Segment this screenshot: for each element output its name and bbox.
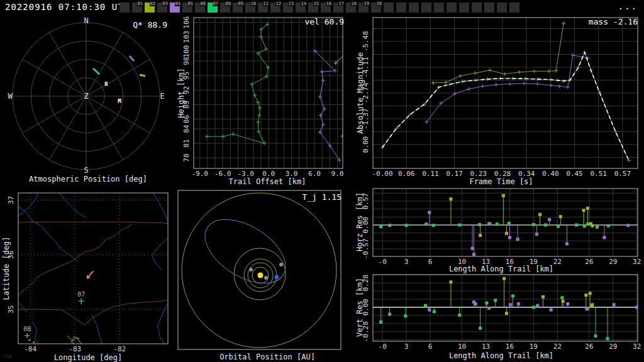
station-indicator-20[interactable]: 20 xyxy=(371,3,381,13)
longitude-axis-label: Longitude [deg] xyxy=(0,353,176,362)
svg-text:22: 22 xyxy=(553,343,562,351)
velocity-value: vel 60.9 xyxy=(304,17,344,26)
panel-residuals: -03610131619222629320.570.00-0.57-036101… xyxy=(358,185,644,362)
station-indicator-label: 02 xyxy=(150,1,156,6)
station-indicator-blank-0[interactable] xyxy=(119,3,130,13)
latitude-axis-label: Latitude [deg] xyxy=(2,224,11,312)
station-indicators: 0102030405060708091011121314151617181920 xyxy=(119,3,519,13)
station-indicator-01[interactable]: 01 xyxy=(132,3,142,13)
orbit-plot xyxy=(176,185,358,362)
station-indicator-04[interactable]: 04 xyxy=(170,3,180,13)
station-indicator-18[interactable]: 18 xyxy=(346,3,356,13)
station-indicator-blank-30[interactable] xyxy=(497,3,507,13)
panel-trail-offset: -9.0-6.0-3.00.03.06.09.01061031009895928… xyxy=(176,15,358,185)
station-indicator-blank-27[interactable] xyxy=(459,3,469,13)
svg-text:81: 81 xyxy=(182,139,191,147)
station-indicator-blank-26[interactable] xyxy=(447,3,457,13)
svg-text:M: M xyxy=(118,98,121,104)
station-indicator-07[interactable]: 07 xyxy=(208,3,218,13)
station-indicator-09[interactable]: 09 xyxy=(233,3,243,13)
svg-text:08: 08 xyxy=(23,326,31,332)
station-indicator-12[interactable]: 12 xyxy=(270,3,280,13)
station-indicator-02[interactable]: 02 xyxy=(145,3,155,13)
lightcurve-plot: -0.000.060.110.170.230.280.340.400.450.5… xyxy=(358,15,644,185)
svg-text:-0: -0 xyxy=(379,343,387,351)
station-indicator-16[interactable]: 16 xyxy=(321,3,331,13)
panel-lightcurve: -0.000.060.110.170.230.280.340.400.450.5… xyxy=(358,15,644,185)
station-indicator-13[interactable]: 13 xyxy=(283,3,293,13)
svg-text:78: 78 xyxy=(182,153,191,162)
svg-text:29: 29 xyxy=(609,343,617,351)
station-indicator-blank-31[interactable] xyxy=(509,3,519,13)
horz-res-axis-label: Horz Res [km] xyxy=(355,178,364,266)
station-indicator-label: 11 xyxy=(263,1,269,6)
panel-orbit: T_j 1.15 Orbital Position [AU] xyxy=(176,185,358,362)
orbit-plot-title: Orbital Position [AU] xyxy=(176,353,358,361)
station-indicator-blank-28[interactable] xyxy=(472,3,482,13)
svg-text:S: S xyxy=(84,166,88,175)
svg-text:103: 103 xyxy=(182,31,191,43)
horz-length-axis-label: Length Along Trail [km] xyxy=(358,265,644,273)
station-indicator-11[interactable]: 11 xyxy=(258,3,268,13)
svg-text:W: W xyxy=(8,92,13,101)
svg-text:37: 37 xyxy=(7,196,15,204)
station-indicator-label: 15 xyxy=(313,1,319,6)
station-indicator-label: 18 xyxy=(351,1,357,6)
station-indicator-blank-21[interactable] xyxy=(384,3,394,13)
svg-text:E: E xyxy=(160,92,164,101)
station-indicator-17[interactable]: 17 xyxy=(333,3,343,13)
station-indicator-blank-29[interactable] xyxy=(484,3,494,13)
atmospheric-plot-title: Atmospheric Position [deg] xyxy=(0,175,176,184)
magnitude-axis-label: Absolute Magnitude xyxy=(356,49,365,137)
station-indicator-label: 16 xyxy=(326,1,332,6)
station-indicator-label: 10 xyxy=(250,1,257,6)
overflow-menu-button[interactable]: ... xyxy=(618,1,638,11)
atmospheric-position-plot: NESWZRM xyxy=(0,15,176,185)
station-indicator-15[interactable]: 15 xyxy=(308,3,318,13)
svg-text:R: R xyxy=(104,81,108,87)
station-indicator-label: 08 xyxy=(225,1,231,6)
station-indicator-06[interactable]: 06 xyxy=(195,3,205,13)
mass-value: mass -2.16 xyxy=(589,17,638,26)
panel-ground-map: 0708-84-83-82353637 Latitude [deg] Longi… xyxy=(0,185,176,362)
trail-offset-plot: -9.0-6.0-3.00.03.06.09.01061031009895928… xyxy=(176,15,358,185)
frame-time-axis-label: Frame Time [s] xyxy=(358,177,644,186)
svg-text:0.00: 0.00 xyxy=(362,136,370,153)
panel-atmospheric-position: NESWZRM Q* 88.9 Atmospheric Position [de… xyxy=(0,15,176,185)
svg-text:16: 16 xyxy=(506,343,514,351)
station-indicator-03[interactable]: 03 xyxy=(157,3,167,13)
station-indicator-blank-23[interactable] xyxy=(409,3,419,13)
station-indicator-14[interactable]: 14 xyxy=(296,3,306,13)
station-indicator-label: 20 xyxy=(376,1,382,6)
station-indicator-label: 04 xyxy=(175,1,181,6)
station-indicator-19[interactable]: 19 xyxy=(358,3,369,13)
svg-text:-84: -84 xyxy=(24,345,36,353)
svg-text:10: 10 xyxy=(458,343,466,351)
svg-text:26: 26 xyxy=(585,343,593,351)
status-bar: 20220916 07:10:30 UTC 010203040506070809… xyxy=(0,0,644,15)
residuals-plot: -03610131619222629320.570.00-0.57-036101… xyxy=(358,185,644,362)
station-indicator-blank-24[interactable] xyxy=(421,3,431,13)
station-indicator-label: 03 xyxy=(162,1,169,6)
height-axis-label: Height [km] xyxy=(177,49,186,137)
svg-text:6: 6 xyxy=(428,343,433,351)
tisserand-value: T_j 1.15 xyxy=(302,192,341,202)
svg-text:106: 106 xyxy=(182,16,191,29)
svg-text:N: N xyxy=(84,16,88,25)
svg-text:Z: Z xyxy=(84,92,88,101)
q-star-value: Q* 88.9 xyxy=(133,20,167,30)
station-indicator-label: 13 xyxy=(288,1,294,6)
station-indicator-blank-22[interactable] xyxy=(396,3,406,13)
station-indicator-08[interactable]: 08 xyxy=(220,3,230,13)
station-indicator-blank-25[interactable] xyxy=(434,3,444,13)
svg-text:-82: -82 xyxy=(113,345,126,353)
station-indicator-10[interactable]: 10 xyxy=(245,3,255,13)
station-indicator-label: 09 xyxy=(238,1,244,6)
svg-text:19: 19 xyxy=(530,343,538,351)
station-indicator-label: 07 xyxy=(213,1,219,6)
trail-offset-axis-label: Trail Offset [km] xyxy=(176,177,358,186)
svg-text:3: 3 xyxy=(404,343,409,351)
station-indicator-05[interactable]: 05 xyxy=(182,3,192,13)
station-indicator-label: 06 xyxy=(200,1,206,6)
svg-text:07: 07 xyxy=(77,291,85,298)
